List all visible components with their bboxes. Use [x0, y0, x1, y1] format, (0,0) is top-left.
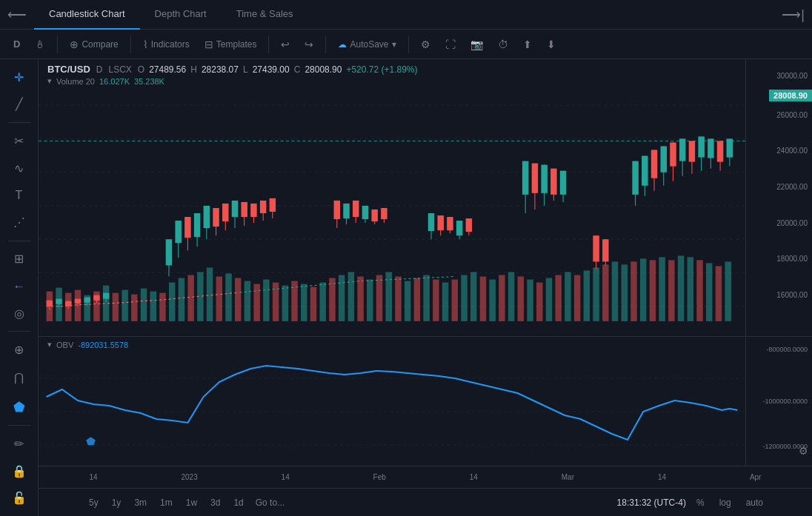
- svg-rect-18: [141, 289, 147, 321]
- timeframe-label: D: [96, 64, 103, 75]
- templates-icon: ⊟: [204, 38, 213, 50]
- period-3d-btn[interactable]: 3d: [204, 495, 226, 511]
- auto-btn[interactable]: auto: [742, 496, 768, 509]
- text-tool-btn[interactable]: T: [6, 183, 33, 207]
- high-val: 28238.07: [202, 64, 239, 75]
- gear-icon: ⚙: [421, 38, 430, 50]
- lock2-tool-btn[interactable]: 🔓: [6, 486, 33, 510]
- period-1d-btn[interactable]: 1d: [227, 495, 249, 511]
- time-label-mar: Mar: [562, 473, 574, 481]
- zoom-tool-btn[interactable]: ⊕: [6, 338, 33, 362]
- compare-btn[interactable]: ⊕ Compare: [64, 36, 124, 53]
- back-arrow-btn[interactable]: ←: [6, 274, 33, 298]
- svg-rect-52: [461, 275, 467, 321]
- candlestick-chart[interactable]: [39, 90, 745, 336]
- svg-rect-68: [612, 261, 618, 321]
- pencil-tool-btn[interactable]: ✏: [6, 432, 33, 456]
- camera-btn[interactable]: 📷: [465, 36, 489, 53]
- tab-candlestick[interactable]: Candlestick Chart: [34, 0, 140, 30]
- close-val: 28008.90: [304, 64, 342, 75]
- top-tabs-bar: ⟵ Candlestick Chart Depth Chart Time & S…: [0, 0, 812, 30]
- pencil-icon: ✏: [14, 437, 24, 451]
- chart-type-btn[interactable]: 🕯: [29, 36, 51, 53]
- svg-rect-96: [166, 239, 172, 265]
- svg-rect-90: [84, 298, 90, 303]
- svg-rect-26: [216, 277, 222, 321]
- svg-rect-30: [253, 284, 259, 321]
- period-1y-btn[interactable]: 1y: [106, 495, 127, 511]
- measure-tool-btn[interactable]: ⊞: [6, 247, 33, 272]
- svg-rect-21: [169, 283, 175, 321]
- period-1w-btn[interactable]: 1w: [180, 495, 203, 511]
- period-3m-btn[interactable]: 3m: [128, 495, 153, 511]
- obv-chart[interactable]: ⬟: [39, 352, 745, 456]
- period-buttons: 5y 1y 3m 1m 1w 3d 1d: [83, 495, 250, 511]
- candlestick-icon: 🕯: [35, 38, 45, 50]
- svg-rect-37: [319, 283, 325, 321]
- svg-rect-31: [263, 280, 269, 321]
- svg-rect-142: [522, 161, 528, 195]
- crosshair-tool-btn[interactable]: ✛: [6, 65, 33, 90]
- download-btn[interactable]: ⬇: [541, 36, 562, 53]
- curve-icon: ∿: [14, 161, 24, 175]
- tool-sep-4: [8, 425, 30, 426]
- trend-line-btn[interactable]: ╱: [6, 93, 33, 117]
- fib-icon: ✂: [14, 134, 24, 148]
- fib-tool-btn[interactable]: ✂: [6, 129, 33, 153]
- fullscreen-btn[interactable]: ⛶: [439, 36, 462, 53]
- alert-tool-btn[interactable]: ◎: [6, 301, 33, 326]
- redo-btn[interactable]: ↪: [299, 36, 319, 53]
- svg-rect-176: [727, 138, 733, 157]
- svg-rect-150: [560, 171, 566, 195]
- templates-btn[interactable]: ⊟ Templates: [199, 36, 263, 53]
- magnet-tool-btn[interactable]: ⋂: [6, 365, 33, 389]
- node-tool-btn[interactable]: ⋰: [6, 210, 33, 235]
- publish-btn[interactable]: ⬆: [517, 36, 538, 53]
- price-16000: 16000.00: [776, 290, 808, 298]
- svg-rect-20: [159, 293, 165, 321]
- svg-rect-122: [343, 204, 349, 218]
- ohlc-values: O 27489.56 H 28238.07 L 27439.00 C 28008…: [138, 64, 418, 75]
- tab-depth[interactable]: Depth Chart: [140, 0, 222, 30]
- svg-rect-94: [103, 293, 109, 299]
- svg-rect-170: [698, 136, 704, 157]
- svg-rect-23: [187, 275, 193, 321]
- tool-sep-2: [8, 241, 30, 241]
- svg-rect-100: [184, 217, 190, 238]
- time-axis: 14 2023 14 Feb 14 Mar 14 Apr: [39, 466, 812, 488]
- svg-rect-136: [447, 217, 453, 230]
- goto-btn[interactable]: Go to...: [250, 495, 290, 511]
- svg-rect-54: [480, 277, 486, 321]
- time-labels: 14 2023 14 Feb 14 Mar 14 Apr: [47, 473, 803, 481]
- plus-circle-icon: ⊕: [70, 38, 79, 50]
- collapse-left-btn[interactable]: ⟵: [7, 7, 27, 23]
- toolbar-sep-4: [325, 36, 326, 53]
- settings-btn[interactable]: ⚙: [415, 36, 436, 53]
- log-btn[interactable]: log: [715, 496, 736, 509]
- autosave-btn[interactable]: ☁ AutoSave ▾: [332, 36, 402, 53]
- tab-time-sales[interactable]: Time & Sales: [222, 0, 308, 30]
- tradingview-logo-btn[interactable]: ⬟: [6, 395, 33, 420]
- svg-rect-156: [632, 161, 638, 195]
- svg-rect-80: [725, 261, 731, 321]
- expand-right-btn[interactable]: ⟶|: [782, 7, 805, 23]
- indicators-btn[interactable]: ⌇ Indicators: [137, 36, 196, 53]
- period-selector[interactable]: D: [7, 36, 26, 53]
- tv-logo-icon: ⬟: [13, 399, 25, 415]
- obv-settings-btn[interactable]: ⚙: [799, 440, 808, 462]
- svg-rect-70: [630, 261, 636, 321]
- svg-rect-88: [75, 299, 81, 304]
- lock-tool-btn[interactable]: 🔒: [6, 459, 33, 483]
- undo-btn[interactable]: ↩: [275, 36, 296, 53]
- timer-btn[interactable]: ⏱: [492, 36, 514, 53]
- low-val: 27439.00: [253, 64, 290, 75]
- left-tool-sidebar: ✛ ╱ ✂ ∿ T ⋰ ⊞ ←: [0, 59, 39, 516]
- svg-rect-16: [122, 290, 127, 321]
- bottom-toolbar: 5y 1y 3m 1m 1w 3d 1d Go to... 18:31:32 (…: [39, 488, 812, 516]
- period-5y-btn[interactable]: 5y: [83, 495, 104, 511]
- curve-tool-btn[interactable]: ∿: [6, 156, 33, 181]
- period-1m-btn[interactable]: 1m: [154, 495, 179, 511]
- indicators-icon: ⌇: [143, 38, 148, 50]
- symbol-label: BTC/USD: [47, 64, 90, 75]
- percent-btn[interactable]: %: [692, 496, 709, 509]
